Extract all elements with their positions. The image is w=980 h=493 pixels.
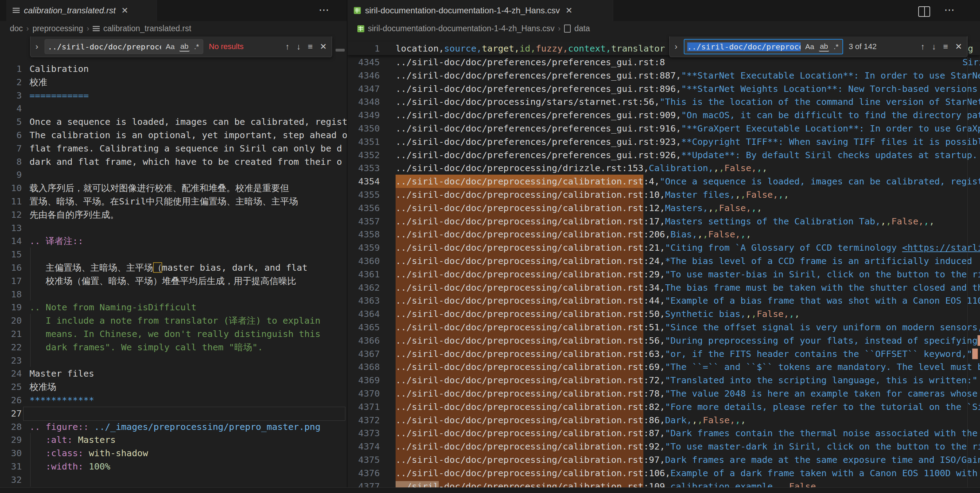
find-input-right[interactable]: ../siril-doc/doc/preproces Aa ab .* bbox=[684, 39, 843, 54]
toggle-replace-chevron-icon[interactable]: › bbox=[674, 42, 678, 52]
next-match-icon[interactable]: ↓ bbox=[296, 42, 302, 52]
code-line[interactable]: 24Master files bbox=[0, 367, 347, 380]
code-line[interactable]: 1Calibration bbox=[0, 62, 347, 75]
breadcrumb-item-file[interactable]: siril-documentation-documentation-1-4-zh… bbox=[368, 24, 555, 33]
csv-row[interactable]: 4359../siril-doc/doc/preprocessing/calib… bbox=[347, 241, 980, 254]
code-line[interactable]: 3=========== bbox=[0, 89, 347, 102]
previous-match-icon[interactable]: ↑ bbox=[920, 42, 926, 52]
csv-row[interactable]: 4350../siril-doc/doc/preferences/prefere… bbox=[347, 122, 980, 135]
breadcrumb-item-preprocessing[interactable]: preprocessing bbox=[32, 24, 83, 33]
code-line[interactable]: 15 bbox=[0, 247, 347, 261]
close-find-icon[interactable]: ✕ bbox=[319, 42, 328, 52]
find-input-left[interactable]: ../siril-doc/doc/preproces Aa ab .* bbox=[45, 39, 203, 54]
code-line[interactable]: 21 means. In Chinese, we don't really di… bbox=[0, 327, 347, 341]
breadcrumb-item-file[interactable]: calibration_translated.rst bbox=[103, 24, 191, 33]
code-line[interactable]: 18 bbox=[0, 287, 347, 301]
csv-row[interactable]: 4361../siril-doc/doc/preprocessing/calib… bbox=[347, 268, 980, 281]
tab-siril-csv[interactable]: siril-documentation-documentation-1-4-zh… bbox=[347, 0, 613, 21]
regex-icon[interactable]: .* bbox=[193, 42, 200, 51]
rst-editor[interactable]: 1Calibration2校准3===========45Once a sequ… bbox=[0, 36, 347, 487]
csv-row[interactable]: 4356../siril-doc/doc/preprocessing/calib… bbox=[347, 201, 980, 215]
code-line[interactable]: 16 主偏置场、主暗场、主平场（master bias, dark, and f… bbox=[0, 261, 347, 274]
csv-row[interactable]: 4348../siril-doc/doc/processing/stars/st… bbox=[347, 95, 980, 108]
whole-word-icon[interactable]: ab bbox=[179, 42, 189, 52]
csv-row[interactable]: 4355../siril-doc/doc/preprocessing/calib… bbox=[347, 188, 980, 201]
code-line[interactable]: 17 校准场（偏置、暗场、平场）堆叠平均后生成，用于提高信噪比 bbox=[0, 274, 347, 287]
csv-row[interactable]: 4371../siril-doc/doc/preprocessing/calib… bbox=[347, 400, 980, 414]
match-case-icon[interactable]: Aa bbox=[804, 42, 815, 51]
csv-row[interactable]: 4376../siril-doc/doc/preprocessing/calib… bbox=[347, 466, 980, 480]
csv-row[interactable]: 4374../siril-doc/doc/preprocessing/calib… bbox=[347, 440, 980, 453]
code-line[interactable]: 9 bbox=[0, 168, 347, 181]
close-tab-icon[interactable]: ✕ bbox=[120, 6, 129, 16]
more-actions-icon[interactable]: ⋯ bbox=[944, 3, 955, 16]
next-match-icon[interactable]: ↓ bbox=[931, 42, 937, 52]
breadcrumb-item-doc[interactable]: doc bbox=[10, 24, 23, 33]
code-line[interactable]: 31 :width: 100% bbox=[0, 460, 347, 473]
csv-row[interactable]: 4370../siril-doc/doc/preprocessing/calib… bbox=[347, 387, 980, 400]
csv-row[interactable]: 4368../siril-doc/doc/preprocessing/calib… bbox=[347, 360, 980, 373]
csv-row[interactable]: 4352../siril-doc/doc/preferences/prefere… bbox=[347, 148, 980, 162]
code-line[interactable]: 28.. figure:: ../_images/preprocessing/p… bbox=[0, 420, 347, 433]
csv-row[interactable]: 4346../siril-doc/doc/preferences/prefere… bbox=[347, 69, 980, 82]
regex-icon[interactable]: .* bbox=[832, 42, 840, 51]
csv-row[interactable]: 4372../siril-doc/doc/preprocessing/calib… bbox=[347, 414, 980, 427]
code-line[interactable]: 20 I include a note from translator (译者注… bbox=[0, 314, 347, 327]
split-editor-icon[interactable] bbox=[918, 6, 930, 17]
whole-word-icon[interactable]: ab bbox=[819, 42, 829, 52]
csv-row[interactable]: 4373../siril-doc/doc/preprocessing/calib… bbox=[347, 426, 980, 440]
find-query-text[interactable]: ../siril-doc/doc/preproces bbox=[687, 43, 801, 51]
breadcrumb-item-data[interactable]: data bbox=[574, 24, 590, 33]
tab-calibration-translated-rst[interactable]: calibration_translated.rst ✕ bbox=[6, 0, 157, 21]
csv-row[interactable]: 4362../siril-doc/doc/preprocessing/calib… bbox=[347, 281, 980, 294]
csv-row[interactable]: 4365../siril-doc/doc/preprocessing/calib… bbox=[347, 320, 980, 334]
code-line[interactable]: 32 bbox=[0, 473, 347, 486]
code-line[interactable]: 10载入序列后，就可以对图像进行校准、配准和堆叠。校准是重要但 bbox=[0, 181, 347, 195]
code-line[interactable]: 30 :class: with-shadow bbox=[0, 446, 347, 460]
code-line[interactable]: 7flat frames. Calibrating a sequence in … bbox=[0, 142, 347, 155]
csv-row[interactable]: 4369../siril-doc/doc/preprocessing/calib… bbox=[347, 373, 980, 387]
code-line[interactable]: 14.. 译者注:: bbox=[0, 234, 347, 247]
close-find-icon[interactable]: ✕ bbox=[955, 42, 963, 52]
code-line[interactable]: 25校准场 bbox=[0, 380, 347, 393]
match-case-icon[interactable]: Aa bbox=[165, 42, 176, 51]
code-line[interactable]: 5Once a sequence is loaded, images can b… bbox=[0, 115, 347, 128]
csv-row[interactable]: 4347../siril-doc/doc/preferences/prefere… bbox=[347, 82, 980, 95]
csv-row[interactable]: 4364../siril-doc/doc/preprocessing/calib… bbox=[347, 307, 980, 320]
previous-match-icon[interactable]: ↑ bbox=[285, 42, 290, 52]
csv-row[interactable]: 4363../siril-doc/doc/preprocessing/calib… bbox=[347, 294, 980, 307]
code-line[interactable]: 2校准 bbox=[0, 75, 347, 89]
find-query-text[interactable]: ../siril-doc/doc/preproces bbox=[48, 43, 161, 51]
code-line[interactable]: 29 :alt: Masters bbox=[0, 433, 347, 446]
close-tab-icon[interactable]: ✕ bbox=[564, 6, 574, 16]
find-in-selection-icon[interactable]: ≡ bbox=[942, 42, 949, 52]
csv-row[interactable]: 4351../siril-doc/doc/preferences/prefere… bbox=[347, 135, 980, 148]
code-line[interactable]: 22 dark frames". We simply call them "暗场… bbox=[0, 341, 347, 354]
find-in-selection-icon[interactable]: ≡ bbox=[307, 42, 313, 52]
csv-editor[interactable]: 4345../siril-doc/doc/preferences/prefere… bbox=[347, 36, 980, 487]
csv-row[interactable]: 4345../siril-doc/doc/preferences/prefere… bbox=[347, 55, 980, 69]
csv-row[interactable]: 4366../siril-doc/doc/preprocessing/calib… bbox=[347, 334, 980, 347]
code-line[interactable]: 19.. Note from Naming-isDifficult bbox=[0, 301, 347, 314]
csv-row[interactable]: 4349../siril-doc/doc/preferences/prefere… bbox=[347, 108, 980, 122]
code-line[interactable]: 23 bbox=[0, 354, 347, 367]
code-line[interactable]: 6The calibration is an optional, yet imp… bbox=[0, 128, 347, 142]
csv-row[interactable]: 4367../siril-doc/doc/preprocessing/calib… bbox=[347, 347, 980, 360]
code-line[interactable]: 12先由各自的序列生成。 bbox=[0, 208, 347, 221]
csv-row[interactable]: 4377../siril-doc/doc/preprocessing/calib… bbox=[347, 480, 980, 487]
code-line[interactable]: 4 bbox=[0, 102, 347, 115]
csv-row[interactable]: 4360../siril-doc/doc/preprocessing/calib… bbox=[347, 254, 980, 268]
code-line[interactable]: 26************ bbox=[0, 393, 347, 407]
code-line[interactable]: 8dark and flat frame, which have to be c… bbox=[0, 155, 347, 168]
csv-row[interactable]: 4357../siril-doc/doc/preprocessing/calib… bbox=[347, 215, 980, 228]
csv-row[interactable]: 4354../siril-doc/doc/preprocessing/calib… bbox=[347, 174, 980, 188]
csv-row[interactable]: 4375../siril-doc/doc/preprocessing/calib… bbox=[347, 453, 980, 466]
scrollbar-decoration[interactable] bbox=[336, 49, 345, 52]
code-line[interactable]: 11置场、暗场、平场。在Siril中只能使用主偏置场、主暗场、主平场 bbox=[0, 195, 347, 208]
csv-row[interactable]: 4353../siril-doc/doc/preprocessing/drizz… bbox=[347, 161, 980, 174]
code-line[interactable]: 27 bbox=[0, 407, 347, 420]
more-actions-icon[interactable]: ⋯ bbox=[319, 3, 330, 16]
csv-row[interactable]: 4358../siril-doc/doc/preprocessing/calib… bbox=[347, 228, 980, 241]
code-line[interactable]: 13 bbox=[0, 221, 347, 235]
toggle-replace-chevron-icon[interactable]: › bbox=[35, 42, 39, 52]
